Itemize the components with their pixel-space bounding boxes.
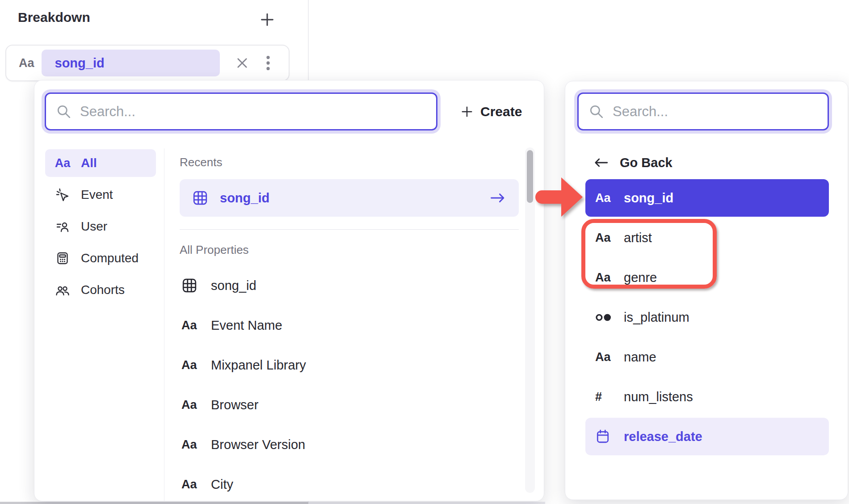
subproperty-label: release_date xyxy=(624,429,702,444)
search-icon xyxy=(588,104,605,120)
breakdown-chip-value-pill[interactable]: song_id xyxy=(42,50,220,76)
breakdown-chip-value: song_id xyxy=(55,56,105,71)
category-event[interactable]: Event xyxy=(45,181,156,209)
recents-section-label: Recents xyxy=(180,155,519,169)
subproperty-row-num-listens[interactable]: # num_listens xyxy=(585,378,829,416)
category-label: Computed xyxy=(81,251,139,265)
property-row-mixpanel-library[interactable]: Aa Mixpanel Library xyxy=(180,346,519,384)
property-picker-body: Aa All Event User xyxy=(34,148,544,501)
all-properties-list: song_id Aa Event Name Aa Mixpanel Librar… xyxy=(180,267,519,501)
text-property-type-icon: Aa xyxy=(595,271,616,285)
user-list-icon xyxy=(53,219,72,234)
property-row-city[interactable]: Aa City xyxy=(180,466,519,501)
property-search[interactable] xyxy=(45,92,437,130)
property-label: Mixpanel Library xyxy=(211,358,306,373)
property-row-song-id[interactable]: song_id xyxy=(180,267,519,304)
number-property-type-icon: # xyxy=(595,390,616,404)
create-button-label: Create xyxy=(480,104,522,119)
property-search-input[interactable] xyxy=(80,104,436,120)
property-label: Browser xyxy=(211,398,258,412)
text-property-type-icon: Aa xyxy=(181,358,201,372)
subproperty-picker-popover: Go Back Aa song_id Aa artist Aa genre is… xyxy=(565,81,848,500)
plus-icon xyxy=(461,105,473,118)
breakdown-section-title: Breakdown xyxy=(18,10,90,25)
all-properties-section-label: All Properties xyxy=(180,243,519,257)
create-property-button[interactable]: Create xyxy=(456,92,526,130)
property-label: City xyxy=(211,477,233,492)
subproperty-label: num_listens xyxy=(624,390,693,404)
add-breakdown-button[interactable] xyxy=(257,10,277,29)
property-row-event-name[interactable]: Aa Event Name xyxy=(180,307,519,344)
property-label: Browser Version xyxy=(211,437,305,452)
category-label: All xyxy=(81,156,97,170)
subproperty-row-is-platinum[interactable]: is_platinum xyxy=(585,298,829,336)
subproperty-label: name xyxy=(624,350,656,365)
property-row-browser-version[interactable]: Aa Browser Version xyxy=(180,426,519,463)
category-all[interactable]: Aa All xyxy=(45,149,156,177)
recent-property-song-id[interactable]: song_id xyxy=(180,179,519,217)
subproperty-row-genre[interactable]: Aa genre xyxy=(585,259,829,296)
category-label: Cohorts xyxy=(81,283,125,297)
breakdown-property-picker-screen: Breakdown Aa song_id xyxy=(0,0,849,504)
subproperty-row-name[interactable]: Aa name xyxy=(585,338,829,376)
breakdown-options-button[interactable] xyxy=(259,53,277,73)
text-property-type-icon: Aa xyxy=(53,156,72,170)
kebab-menu-icon xyxy=(266,55,270,71)
drill-in-arrow-icon[interactable] xyxy=(489,192,506,204)
go-back-button[interactable]: Go Back xyxy=(593,149,672,176)
subproperty-search[interactable] xyxy=(577,92,829,130)
cohorts-people-icon xyxy=(53,283,72,297)
subproperty-list: Aa song_id Aa artist Aa genre is_platinu… xyxy=(585,179,829,458)
text-property-type-icon: Aa xyxy=(181,319,201,332)
bottom-edge-left xyxy=(0,502,308,504)
event-cursor-icon xyxy=(53,188,72,202)
back-arrow-icon xyxy=(593,156,609,169)
text-property-type-icon: Aa xyxy=(19,56,34,70)
category-label: User xyxy=(81,219,107,234)
text-property-type-icon: Aa xyxy=(181,478,201,491)
subproperty-row-release-date[interactable]: release_date xyxy=(585,418,829,455)
category-computed[interactable]: Computed xyxy=(45,244,156,272)
subproperty-label: artist xyxy=(624,231,652,245)
subproperty-row-song-id[interactable]: Aa song_id xyxy=(585,179,829,217)
subproperty-row-artist[interactable]: Aa artist xyxy=(585,219,829,256)
remove-breakdown-button[interactable] xyxy=(233,53,251,73)
property-picker-popover: Create Aa All Event User xyxy=(34,80,544,501)
category-cohorts[interactable]: Cohorts xyxy=(45,276,156,304)
breakdown-chip[interactable]: Aa song_id xyxy=(5,45,290,81)
section-divider xyxy=(180,229,519,230)
category-user[interactable]: User xyxy=(45,213,156,240)
text-property-type-icon: Aa xyxy=(181,438,201,452)
calculator-icon xyxy=(53,251,72,265)
text-property-type-icon: Aa xyxy=(595,231,616,245)
go-back-label: Go Back xyxy=(620,155,672,170)
bottom-edge-right xyxy=(308,502,545,504)
subproperty-label: is_platinum xyxy=(624,310,689,325)
plus-icon xyxy=(260,12,275,27)
text-property-type-icon: Aa xyxy=(595,350,616,364)
category-sidebar: Aa All Event User xyxy=(34,148,164,501)
close-icon xyxy=(235,56,249,70)
table-grid-icon xyxy=(192,190,208,206)
property-list: Recents song_id All Properties xyxy=(164,148,544,501)
recent-property-label: song_id xyxy=(220,191,269,206)
category-label: Event xyxy=(81,188,113,202)
subproperty-label: genre xyxy=(624,270,657,285)
subproperty-label: song_id xyxy=(624,191,673,206)
search-icon xyxy=(56,104,72,120)
property-label: song_id xyxy=(211,278,256,293)
property-label: Event Name xyxy=(211,318,282,333)
scrollbar-thumb[interactable] xyxy=(527,150,533,203)
property-row-browser[interactable]: Aa Browser xyxy=(180,386,519,424)
boolean-property-type-icon xyxy=(595,311,616,323)
table-grid-icon xyxy=(181,277,201,294)
text-property-type-icon: Aa xyxy=(181,398,201,412)
calendar-icon xyxy=(595,429,616,444)
text-property-type-icon: Aa xyxy=(595,191,616,205)
subproperty-search-input[interactable] xyxy=(613,104,828,120)
